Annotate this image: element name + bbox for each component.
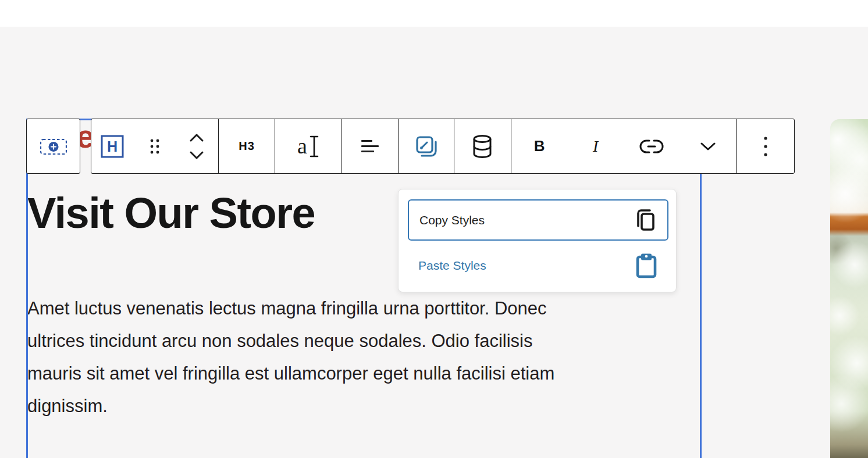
add-block-icon xyxy=(38,136,69,157)
side-photo-thumbnail[interactable] xyxy=(830,119,868,458)
paragraph-line: mauris sit amet vel fringilla est ullamc… xyxy=(27,357,554,390)
align-group xyxy=(341,119,399,173)
copy-icon xyxy=(634,207,657,233)
dynamic-data-button[interactable] xyxy=(454,119,511,173)
styles-menu-popover: Copy Styles Paste Styles xyxy=(398,189,677,292)
drag-handle-icon xyxy=(148,138,161,155)
align-text-button[interactable] xyxy=(341,119,398,173)
bold-button[interactable]: B xyxy=(511,119,568,173)
copy-paste-styles-button[interactable] xyxy=(399,119,454,173)
ellipsis-vertical-icon xyxy=(763,136,768,157)
heading-block-icon: H xyxy=(100,134,124,159)
add-block-button[interactable] xyxy=(27,119,80,173)
copy-paste-styles-icon xyxy=(414,134,439,159)
block-options-button[interactable] xyxy=(737,119,794,173)
svg-text:a: a xyxy=(297,134,307,158)
copy-styles-label: Copy Styles xyxy=(419,213,485,227)
move-up-down-icon xyxy=(188,131,205,162)
align-text-icon xyxy=(360,139,380,154)
drag-handle[interactable] xyxy=(134,119,176,173)
paste-styles-label: Paste Styles xyxy=(418,259,486,273)
typography-button[interactable]: a xyxy=(275,119,341,173)
more-formatting-button[interactable] xyxy=(680,119,737,173)
clipboard-icon xyxy=(635,252,658,279)
block-toolbar: H H3 xyxy=(91,119,795,174)
page-title[interactable]: Visit Our Store xyxy=(27,192,315,235)
link-button[interactable] xyxy=(624,119,680,173)
add-block-panel xyxy=(26,119,80,174)
paragraph-line: dignissim. xyxy=(27,390,554,423)
dynamic-data-group xyxy=(454,119,511,173)
menu-item-paste-styles[interactable]: Paste Styles xyxy=(408,248,668,284)
heading-level-button[interactable]: H3 xyxy=(219,119,275,173)
heading-block-type-button[interactable]: H xyxy=(91,119,134,173)
paragraph-line: ultrices tincidunt arcu non sodales nequ… xyxy=(27,325,554,357)
svg-text:H: H xyxy=(107,138,118,155)
heading-level-group: H3 xyxy=(219,119,276,173)
database-icon xyxy=(470,134,495,159)
formatting-group: B I xyxy=(511,119,737,173)
typography-group: a xyxy=(275,119,341,173)
paragraph-block[interactable]: Amet luctus venenatis lectus magna fring… xyxy=(27,292,554,423)
typography-cursor-icon: a xyxy=(295,133,322,160)
block-controls-group: H xyxy=(91,119,219,173)
options-group xyxy=(737,119,794,173)
copy-paste-styles-group xyxy=(399,119,454,173)
italic-button[interactable]: I xyxy=(567,119,624,173)
block-mover[interactable] xyxy=(176,119,218,173)
menu-item-copy-styles[interactable]: Copy Styles xyxy=(408,199,668,241)
chevron-down-icon xyxy=(699,141,717,152)
paragraph-line: Amet luctus venenatis lectus magna fring… xyxy=(27,292,554,325)
link-icon xyxy=(639,138,664,155)
editor-canvas: e Visit Our Store Amet luctus venenatis … xyxy=(0,0,868,458)
